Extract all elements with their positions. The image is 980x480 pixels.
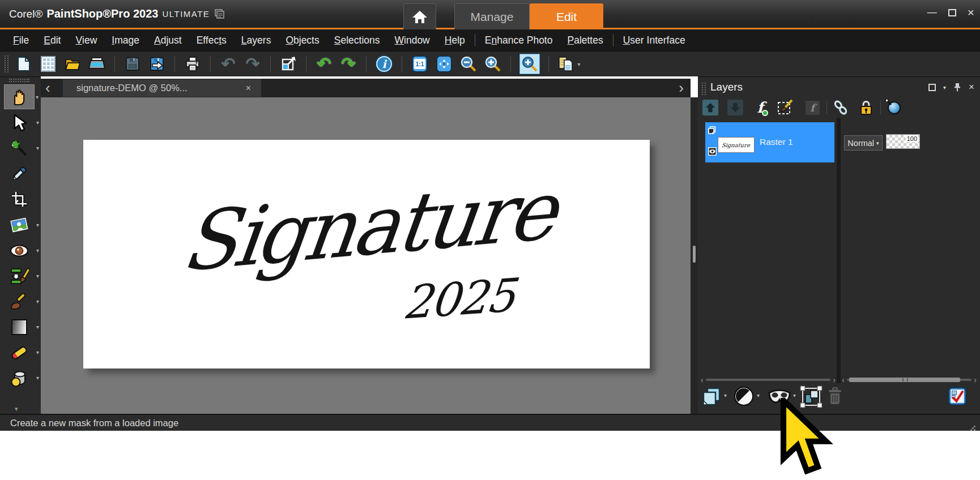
layers-panel-divider[interactable] bbox=[837, 118, 841, 383]
palette-menu-arrow-icon[interactable]: ▾ bbox=[943, 84, 946, 91]
menu-enhance-photo[interactable]: Enhance Photo bbox=[478, 29, 560, 51]
picture-tube-tool[interactable]: ▾ bbox=[4, 366, 35, 391]
zoom-tool-button-selected[interactable] bbox=[519, 54, 540, 74]
browse-button[interactable] bbox=[39, 54, 57, 74]
tool-flyout-arrow[interactable]: ▾ bbox=[36, 119, 39, 126]
scroll-track[interactable] bbox=[847, 379, 972, 381]
link-layers-button[interactable] bbox=[832, 98, 850, 117]
rotate-left-button[interactable]: ↶ bbox=[315, 54, 333, 74]
layer-thumbnail[interactable]: Signature bbox=[718, 137, 755, 153]
actual-size-button[interactable]: 1:1 bbox=[411, 54, 429, 74]
paint-brush-tool[interactable]: ▾ bbox=[4, 289, 35, 314]
tab-manage[interactable]: Manage bbox=[454, 3, 530, 29]
pin-icon[interactable] bbox=[953, 83, 961, 92]
zoom-in-button[interactable] bbox=[484, 54, 502, 74]
scan-button[interactable] bbox=[88, 54, 106, 74]
crop-tool[interactable] bbox=[4, 187, 35, 212]
tool-flyout-arrow[interactable]: ▾ bbox=[36, 298, 39, 305]
menu-view[interactable]: View bbox=[68, 29, 104, 51]
scroll-track[interactable] bbox=[706, 379, 831, 381]
home-button[interactable] bbox=[403, 3, 436, 29]
edit-layer-button[interactable] bbox=[776, 98, 794, 117]
rotate-right-button[interactable]: ↷ bbox=[339, 54, 357, 74]
color-changer-tool[interactable]: ▾ bbox=[4, 264, 35, 289]
document-image[interactable]: Signature 2025 bbox=[83, 140, 650, 368]
zoom-out-button[interactable] bbox=[459, 54, 478, 74]
open-button[interactable] bbox=[63, 54, 82, 74]
redo-button[interactable]: ↷ bbox=[244, 54, 262, 74]
tool-flyout-arrow[interactable]: ▾ bbox=[36, 273, 39, 279]
photo-fix-tool[interactable]: ▾ bbox=[4, 213, 35, 238]
resize-button[interactable] bbox=[279, 54, 297, 74]
image-information-button[interactable]: i bbox=[375, 54, 393, 74]
magic-wand-tool[interactable]: ▾ bbox=[4, 136, 35, 161]
tab-edit[interactable]: Edit bbox=[530, 3, 603, 29]
layer-props-hscrollbar[interactable]: ‹ › bbox=[842, 375, 977, 384]
dropper-tool[interactable] bbox=[4, 161, 35, 186]
menu-effects[interactable]: Effects bbox=[189, 29, 234, 51]
menu-layers[interactable]: Layers bbox=[234, 29, 279, 51]
minimize-button[interactable]: — bbox=[927, 7, 937, 18]
script-button[interactable]: f bbox=[803, 98, 821, 117]
menu-selections[interactable]: Selections bbox=[327, 29, 387, 51]
copy-special-button[interactable]: ▾ bbox=[557, 54, 581, 74]
tab-scroll-right[interactable]: › bbox=[679, 79, 684, 96]
print-button[interactable] bbox=[184, 54, 202, 74]
tool-flyout-arrow[interactable]: ▾ bbox=[36, 222, 39, 228]
save-button[interactable] bbox=[123, 54, 142, 74]
move-layer-down-button[interactable] bbox=[726, 98, 744, 117]
scroll-thumb[interactable] bbox=[849, 378, 960, 382]
eraser-tool[interactable]: ▾ bbox=[4, 340, 35, 365]
pick-tool[interactable]: ▾ bbox=[4, 110, 35, 135]
layer-row-raster1[interactable]: Signature Raster 1 bbox=[705, 122, 834, 162]
highlight-layer-button[interactable] bbox=[885, 98, 903, 117]
tools-grip[interactable] bbox=[9, 79, 29, 82]
layers-palette-grip[interactable] bbox=[702, 83, 706, 95]
menu-window[interactable]: Window bbox=[387, 29, 437, 51]
menu-file[interactable]: File bbox=[6, 29, 36, 51]
float-palette-icon[interactable] bbox=[928, 84, 936, 91]
layer-styles-button[interactable]: f bbox=[751, 98, 769, 117]
resize-grip[interactable] bbox=[974, 426, 975, 427]
fit-to-window-button[interactable] bbox=[435, 54, 453, 74]
splitter-handle[interactable] bbox=[693, 246, 696, 263]
menu-edit[interactable]: Edit bbox=[36, 29, 68, 51]
tool-flyout-arrow[interactable]: ▾ bbox=[36, 324, 39, 330]
blend-mode-dropdown[interactable]: Normal ▾ bbox=[844, 135, 883, 151]
lock-transparency-button[interactable] bbox=[857, 98, 875, 117]
new-layer-dropdown[interactable]: ▾ bbox=[724, 392, 727, 398]
menu-palettes[interactable]: Palettes bbox=[560, 29, 610, 51]
close-button[interactable]: × bbox=[968, 7, 974, 18]
tools-overflow-arrow[interactable]: ▾ bbox=[15, 405, 18, 413]
new-image-button[interactable] bbox=[15, 54, 33, 74]
new-layer-button[interactable] bbox=[701, 387, 722, 407]
close-palette-icon[interactable]: × bbox=[969, 82, 974, 93]
opacity-control[interactable]: 100 bbox=[886, 134, 920, 149]
menu-image[interactable]: Image bbox=[104, 29, 147, 51]
canvas-area[interactable]: Signature 2025 bbox=[41, 97, 691, 414]
toolbar-grip[interactable] bbox=[5, 55, 8, 72]
tool-flyout-arrow[interactable]: ▾ bbox=[36, 247, 39, 254]
menu-help[interactable]: Help bbox=[437, 29, 472, 51]
menu-user-interface[interactable]: User Interface bbox=[616, 29, 693, 51]
undo-button[interactable]: ↶ bbox=[219, 54, 237, 74]
pan-tool[interactable]: ▾ bbox=[4, 84, 35, 109]
palette-splitter[interactable] bbox=[691, 97, 698, 414]
new-adjustment-layer-button[interactable] bbox=[734, 387, 753, 406]
menu-adjust[interactable]: Adjust bbox=[147, 29, 189, 51]
tool-flyout-arrow[interactable]: ▾ bbox=[36, 94, 39, 100]
gradient-fill-tool[interactable]: ▾ bbox=[4, 315, 35, 340]
document-tab[interactable]: signature-DEMO @ 50%... × bbox=[62, 79, 262, 97]
tab-scroll-left[interactable]: ‹ bbox=[45, 79, 50, 96]
menu-objects[interactable]: Objects bbox=[278, 29, 326, 51]
new-adjustment-layer-dropdown[interactable]: ▾ bbox=[757, 392, 760, 398]
tool-flyout-arrow[interactable]: ▾ bbox=[36, 349, 39, 355]
maximize-button[interactable] bbox=[948, 9, 956, 16]
tool-flyout-arrow[interactable]: ▾ bbox=[36, 145, 39, 151]
red-eye-tool[interactable]: ▾ bbox=[4, 238, 35, 263]
document-tab-close-icon[interactable]: × bbox=[246, 83, 251, 93]
move-layer-up-button[interactable] bbox=[701, 98, 719, 117]
edit-selection-toggle[interactable] bbox=[948, 387, 966, 405]
layer-visibility-icon[interactable] bbox=[708, 147, 717, 156]
tool-flyout-arrow[interactable]: ▾ bbox=[36, 375, 39, 381]
